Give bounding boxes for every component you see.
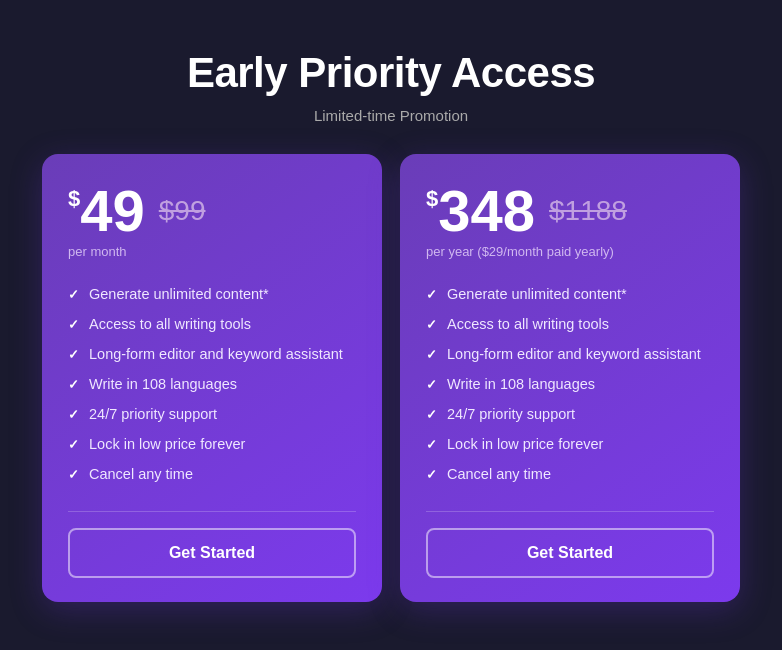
check-icon: ✓: [426, 317, 437, 332]
feature-text: 24/7 priority support: [447, 406, 575, 422]
page-title: Early Priority Access: [21, 49, 761, 97]
check-icon: ✓: [426, 287, 437, 302]
list-item: ✓Access to all writing tools: [68, 309, 356, 339]
check-icon: ✓: [68, 287, 79, 302]
features-list: ✓Generate unlimited content*✓Access to a…: [426, 279, 714, 489]
card-divider: [426, 511, 714, 512]
check-icon: ✓: [426, 467, 437, 482]
list-item: ✓Long-form editor and keyword assistant: [426, 339, 714, 369]
cancel-text: Cancel any time: [447, 466, 551, 482]
feature-text: 24/7 priority support: [89, 406, 217, 422]
feature-text: Access to all writing tools: [447, 316, 609, 332]
list-item: ✓Long-form editor and keyword assistant: [68, 339, 356, 369]
check-icon: ✓: [68, 347, 79, 362]
list-item: ✓Generate unlimited content*: [68, 279, 356, 309]
check-icon: ✓: [68, 467, 79, 482]
cancel-feature-item: ✓Cancel any time: [426, 459, 714, 489]
pricing-cards-container: $49$99per month✓Generate unlimited conte…: [21, 154, 761, 602]
price-period: per year ($29/month paid yearly): [426, 244, 714, 259]
feature-text: Access to all writing tools: [89, 316, 251, 332]
list-item: ✓Lock in low price forever: [426, 429, 714, 459]
price-row: $348$1188: [426, 182, 714, 240]
feature-text: Long-form editor and keyword assistant: [447, 346, 701, 362]
check-icon: ✓: [426, 407, 437, 422]
check-icon: ✓: [68, 407, 79, 422]
cancel-feature-item: ✓Cancel any time: [68, 459, 356, 489]
price-period: per month: [68, 244, 356, 259]
check-icon: ✓: [426, 347, 437, 362]
list-item: ✓Write in 108 languages: [426, 369, 714, 399]
price-current: $348: [426, 182, 535, 240]
check-icon: ✓: [68, 377, 79, 392]
list-item: ✓Generate unlimited content*: [426, 279, 714, 309]
price-amount: 348: [438, 182, 535, 240]
list-item: ✓24/7 priority support: [426, 399, 714, 429]
check-icon: ✓: [426, 437, 437, 452]
price-original: $1188: [549, 195, 627, 227]
get-started-button-yearly[interactable]: Get Started: [426, 528, 714, 578]
features-list: ✓Generate unlimited content*✓Access to a…: [68, 279, 356, 489]
price-original: $99: [159, 195, 206, 227]
feature-text: Generate unlimited content*: [447, 286, 627, 302]
price-dollar-sign: $: [68, 186, 80, 212]
cancel-text: Cancel any time: [89, 466, 193, 482]
feature-text: Lock in low price forever: [89, 436, 245, 452]
pricing-card-monthly: $49$99per month✓Generate unlimited conte…: [42, 154, 382, 602]
check-icon: ✓: [68, 437, 79, 452]
list-item: ✓Access to all writing tools: [426, 309, 714, 339]
feature-text: Generate unlimited content*: [89, 286, 269, 302]
list-item: ✓24/7 priority support: [68, 399, 356, 429]
feature-text: Write in 108 languages: [447, 376, 595, 392]
check-icon: ✓: [68, 317, 79, 332]
price-current: $49: [68, 182, 145, 240]
feature-text: Write in 108 languages: [89, 376, 237, 392]
card-divider: [68, 511, 356, 512]
price-amount: 49: [80, 182, 145, 240]
list-item: ✓Write in 108 languages: [68, 369, 356, 399]
page-subtitle: Limited-time Promotion: [21, 107, 761, 124]
feature-text: Lock in low price forever: [447, 436, 603, 452]
list-item: ✓Lock in low price forever: [68, 429, 356, 459]
get-started-button-monthly[interactable]: Get Started: [68, 528, 356, 578]
price-row: $49$99: [68, 182, 356, 240]
check-icon: ✓: [426, 377, 437, 392]
page-container: Early Priority Access Limited-time Promo…: [21, 49, 761, 602]
price-dollar-sign: $: [426, 186, 438, 212]
pricing-card-yearly: $348$1188per year ($29/month paid yearly…: [400, 154, 740, 602]
feature-text: Long-form editor and keyword assistant: [89, 346, 343, 362]
